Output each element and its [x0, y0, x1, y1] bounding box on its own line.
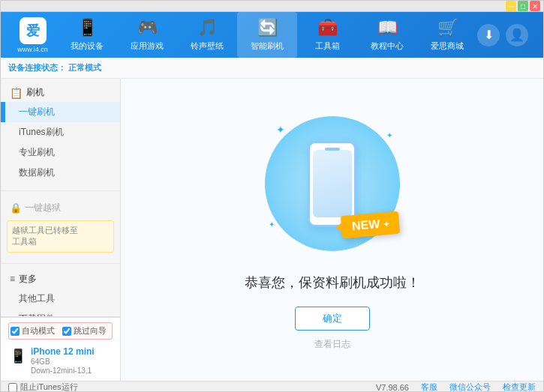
- skip-wizard-checkbox[interactable]: [62, 327, 71, 336]
- customer-service-link[interactable]: 客服: [421, 382, 437, 392]
- sidebar-scroll: 📋 刷机 一键刷机 iTunes刷机 专业刷机 数: [1, 79, 120, 316]
- nav-bar: 📱 我的设备 🎮 应用游戏 🎵 铃声壁纸 🔄 智能刷机 🧰 工具箱 📖: [57, 12, 477, 58]
- account-btn[interactable]: 👤: [506, 24, 528, 46]
- phone-illustration: ✦ ✦ ✦ NEW: [257, 109, 407, 259]
- device-info: 📱 iPhone 12 mini 64GB Down-12mini-13,1: [8, 343, 113, 378]
- close-btn[interactable]: ✕: [530, 1, 540, 11]
- status-label: 设备连接状态：: [8, 63, 66, 72]
- new-badge: NEW: [341, 211, 401, 239]
- device-name: iPhone 12 mini: [31, 346, 95, 357]
- more-section-icon: ≡: [10, 274, 15, 284]
- check-update-link[interactable]: 检查更新: [503, 382, 536, 392]
- sidebar-flash-section: 📋 刷机 一键刷机 iTunes刷机 专业刷机 数: [1, 79, 120, 187]
- sidebar-item-one-click-flash[interactable]: 一键刷机: [1, 102, 120, 122]
- my-device-icon: 📱: [77, 18, 98, 37]
- tutorials-icon: 📖: [377, 18, 398, 37]
- sidebar-item-itunes-flash[interactable]: iTunes刷机: [1, 122, 120, 142]
- toolbox-icon: 🧰: [317, 18, 338, 37]
- nav-smart-flash[interactable]: 🔄 智能刷机: [237, 12, 297, 58]
- title-bar: ─ □ ✕: [1, 1, 543, 12]
- device-details: iPhone 12 mini 64GB Down-12mini-13,1: [31, 346, 95, 375]
- device-storage: 64GB: [31, 358, 95, 366]
- sidebar-flash-title: 📋 刷机: [1, 83, 120, 102]
- success-title: 恭喜您，保资料刷机成功啦！: [245, 274, 420, 292]
- skip-wizard-checkbox-label[interactable]: 跳过向导: [62, 325, 107, 337]
- main-area: 📋 刷机 一键刷机 iTunes刷机 专业刷机 数: [1, 79, 543, 381]
- logo-symbol: 爱: [26, 22, 40, 40]
- status-bar: 设备连接状态： 正常模式: [1, 58, 543, 79]
- nav-ringtones-label: 铃声壁纸: [191, 40, 224, 52]
- nav-ringtones[interactable]: 🎵 铃声壁纸: [177, 12, 237, 58]
- one-click-flash-label: 一键刷机: [19, 106, 55, 117]
- jailbreak-notice: 越狱工具已转移至工具箱: [7, 220, 114, 253]
- sidebar-jailbreak-title: 🔒 一键越狱: [1, 199, 120, 217]
- device-icon: 📱: [10, 348, 26, 364]
- checkbox-area: 自动模式 跳过向导 📱 iPhone 12 mini: [1, 317, 120, 381]
- sidebar-item-data-flash[interactable]: 数据刷机: [1, 163, 120, 183]
- nav-toolbox[interactable]: 🧰 工具箱: [297, 12, 357, 58]
- logo-url: www.i4.cn: [17, 46, 48, 53]
- nav-mall-label: 爱思商城: [431, 40, 464, 52]
- nav-toolbox-label: 工具箱: [315, 40, 340, 52]
- sidebar-more-section: ≡ 更多 其他工具 下载固件 高级功能: [1, 267, 120, 316]
- more-section-label: 更多: [19, 273, 37, 286]
- app-window: ─ □ ✕ 爱 www.i4.cn 📱 我的设备 🎮 应用游戏 🎵 铃声壁纸: [0, 0, 544, 392]
- flash-section-label: 刷机: [26, 86, 44, 99]
- confirm-button[interactable]: 确定: [295, 307, 370, 331]
- sparkle-1: ✦: [276, 124, 285, 136]
- nav-mall[interactable]: 🛒 爱思商城: [417, 12, 477, 58]
- phone-screen: [313, 150, 352, 217]
- sidebar-item-pro-flash[interactable]: 专业刷机: [1, 142, 120, 163]
- jailbreak-notice-text: 越狱工具已转移至工具箱: [12, 226, 78, 246]
- apps-games-icon: 🎮: [137, 18, 158, 37]
- header: 爱 www.i4.cn 📱 我的设备 🎮 应用游戏 🎵 铃声壁纸 🔄 智能刷机: [1, 12, 543, 58]
- sidebar-item-other-tools[interactable]: 其他工具: [1, 289, 120, 309]
- download-btn[interactable]: ⬇: [477, 24, 500, 46]
- auto-mode-checkbox[interactable]: [11, 327, 20, 336]
- divider-2: [1, 263, 120, 264]
- version-label: V7.98.66: [376, 383, 409, 392]
- stop-itunes-checkbox[interactable]: [8, 383, 17, 392]
- flash-section-icon: 📋: [10, 87, 23, 99]
- wechat-official-link[interactable]: 微信公众号: [449, 382, 491, 392]
- status-footer: 阻止iTunes运行 V7.98.66 客服 微信公众号 检查更新: [1, 381, 543, 392]
- pro-flash-label: 专业刷机: [19, 147, 55, 157]
- mall-icon: 🛒: [437, 18, 458, 37]
- maximize-btn[interactable]: □: [518, 1, 528, 11]
- checkbox-row: 自动模式 跳过向导: [8, 322, 113, 340]
- logo[interactable]: 爱 www.i4.cn: [8, 17, 57, 53]
- sparkle-2: ✦: [386, 131, 392, 139]
- phone-notch: [325, 148, 340, 151]
- itunes-flash-label: iTunes刷机: [19, 127, 64, 137]
- skip-wizard-label: 跳过向导: [74, 325, 107, 337]
- sidebar-full: 📋 刷机 一键刷机 iTunes刷机 专业刷机 数: [1, 79, 120, 381]
- divider-1: [1, 190, 120, 191]
- footer-right: V7.98.66 客服 微信公众号 检查更新: [376, 382, 536, 392]
- stop-itunes-label: 阻止iTunes运行: [20, 382, 78, 392]
- nav-apps-games-label: 应用游戏: [131, 40, 164, 52]
- header-right-buttons: ⬇ 👤: [477, 24, 528, 46]
- nav-tutorials-label: 教程中心: [371, 40, 404, 52]
- sidebar: 📋 刷机 一键刷机 iTunes刷机 专业刷机 数: [1, 79, 121, 381]
- nav-tutorials[interactable]: 📖 教程中心: [357, 12, 417, 58]
- minimize-btn[interactable]: ─: [506, 1, 516, 11]
- data-flash-label: 数据刷机: [19, 167, 55, 178]
- device-version: Down-12mini-13,1: [31, 367, 95, 375]
- smart-flash-icon: 🔄: [257, 18, 278, 37]
- jailbreak-label: 一键越狱: [25, 202, 61, 214]
- status-value: 正常模式: [68, 63, 101, 72]
- auto-mode-checkbox-label[interactable]: 自动模式: [11, 325, 55, 337]
- sidebar-more-title: ≡ 更多: [1, 270, 120, 289]
- sparkle-3: ✦: [269, 220, 275, 229]
- view-log-link[interactable]: 查看日志: [314, 338, 350, 351]
- nav-my-device[interactable]: 📱 我的设备: [57, 12, 117, 58]
- phone-body: [308, 141, 356, 227]
- download-firmware-label: 下载固件: [19, 313, 55, 316]
- sidebar-item-download-firmware[interactable]: 下载固件: [1, 309, 120, 316]
- sidebar-footer: 自动模式 跳过向导 📱 iPhone 12 mini: [1, 316, 120, 381]
- logo-icon: 爱: [20, 17, 47, 44]
- nav-apps-games[interactable]: 🎮 应用游戏: [117, 12, 177, 58]
- jailbreak-lock-icon: 🔒: [10, 202, 22, 214]
- auto-mode-label: 自动模式: [22, 325, 55, 337]
- footer-left: 阻止iTunes运行: [8, 382, 376, 392]
